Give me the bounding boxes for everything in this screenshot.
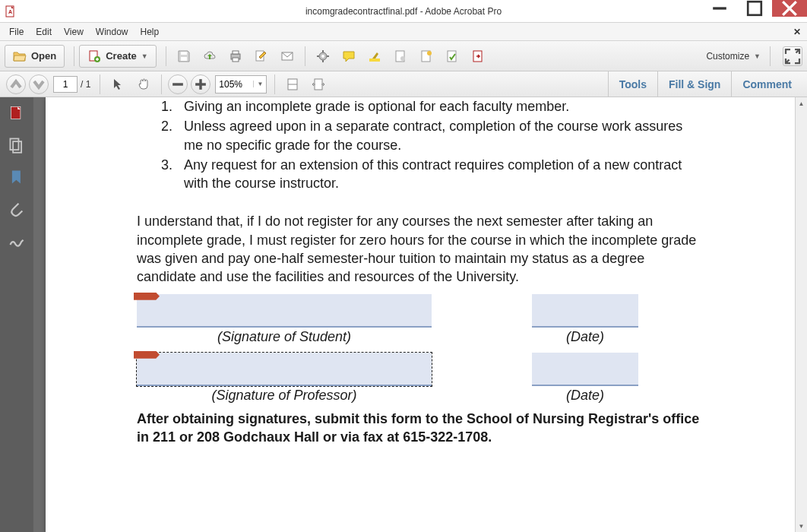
scroll-up-icon[interactable]: ▲ — [796, 97, 807, 109]
page-down-button[interactable] — [29, 74, 49, 94]
customize-menu[interactable]: Customize ▼ — [701, 51, 765, 62]
highlighter-icon — [368, 49, 381, 63]
page-up-button[interactable] — [6, 74, 26, 94]
page-convert-button[interactable] — [466, 45, 490, 68]
thumbnails-panel-button[interactable] — [8, 105, 25, 122]
page-number-input[interactable] — [53, 76, 78, 93]
gear-icon — [316, 49, 330, 63]
svg-point-27 — [427, 51, 432, 55]
zoom-out-button[interactable] — [168, 74, 188, 94]
pages-panel-button[interactable] — [8, 137, 25, 154]
vertical-scrollbar[interactable]: ▲ ▼ — [795, 97, 807, 532]
signature-row — [137, 294, 704, 328]
fit-width-icon — [312, 78, 325, 91]
window-title: incomgradecontractfinal.pdf - Adobe Acro… — [305, 6, 502, 17]
separator — [770, 46, 771, 66]
print-button[interactable] — [223, 45, 248, 68]
menu-edit[interactable]: Edit — [30, 25, 58, 39]
chevron-down-icon: ▼ — [141, 52, 148, 60]
separator — [100, 74, 100, 94]
svg-rect-3 — [748, 2, 761, 15]
open-button[interactable]: Open — [5, 45, 65, 68]
professor-date-field[interactable] — [532, 353, 638, 386]
svg-rect-38 — [13, 141, 21, 153]
save-icon — [177, 49, 191, 63]
fullscreen-button[interactable] — [783, 46, 802, 66]
create-button[interactable]: Create ▼ — [79, 45, 156, 68]
fit-page-button[interactable] — [280, 73, 305, 96]
chevron-down-icon: ▼ — [754, 52, 761, 60]
signature-labels: (Signature of Student) (Date) — [137, 329, 704, 345]
student-signature-field[interactable] — [137, 294, 432, 328]
svg-rect-13 — [233, 51, 239, 54]
close-button[interactable] — [772, 0, 807, 17]
professor-signature-field[interactable] — [137, 353, 432, 386]
select-tool-button[interactable] — [106, 73, 130, 96]
hand-icon — [137, 78, 150, 91]
open-label: Open — [31, 50, 56, 62]
menu-window[interactable]: Window — [90, 25, 134, 39]
cursor-icon — [111, 78, 125, 91]
highlight-button[interactable] — [362, 45, 387, 68]
zoom-in-button[interactable] — [191, 74, 210, 94]
toolbar-main: Open Create ▼ Customize ▼ — [0, 41, 807, 71]
app-icon: A — [5, 5, 17, 17]
speech-bubble-icon — [342, 49, 356, 63]
list-number: 3. — [161, 156, 172, 174]
field-tag-icon — [134, 351, 160, 359]
list-item: 3.Any request for an extension of this c… — [161, 156, 704, 193]
tools-tab[interactable]: Tools — [608, 71, 657, 97]
toolbar-nav: / 1 105% ▼ Tools Fill & Sign Comment — [0, 71, 807, 97]
pdf-page: 1.Giving an incomplete grade is optional… — [46, 97, 795, 532]
student-signature-label: (Signature of Student) — [137, 329, 432, 345]
hand-tool-button[interactable] — [131, 73, 156, 96]
zoom-select[interactable]: 105% ▼ — [215, 75, 267, 93]
footer-instructions: After obtaining signatures, submit this … — [137, 410, 704, 447]
chevron-down-icon: ▼ — [253, 81, 263, 87]
email-button[interactable] — [275, 45, 299, 68]
menu-view[interactable]: View — [58, 25, 90, 39]
svg-rect-10 — [181, 57, 187, 61]
svg-point-25 — [400, 56, 405, 61]
maximize-button[interactable] — [737, 0, 772, 17]
svg-rect-11 — [181, 52, 187, 55]
signatures-panel-button[interactable] — [8, 233, 25, 249]
minimize-button[interactable] — [702, 0, 737, 17]
menubar-close-icon[interactable]: ✕ — [793, 27, 801, 37]
bookmarks-panel-button[interactable] — [8, 169, 25, 185]
list-text: Giving an incomplete grade is optional f… — [184, 99, 569, 114]
list-item: 1.Giving an incomplete grade is optional… — [161, 97, 704, 116]
document-viewport[interactable]: 1.Giving an incomplete grade is optional… — [33, 97, 807, 532]
edit-doc-button[interactable] — [249, 45, 274, 68]
scroll-down-icon[interactable]: ▼ — [796, 520, 807, 532]
cloud-button[interactable] — [198, 45, 222, 68]
window-controls — [702, 0, 807, 17]
list-text: Unless agreed upon in a separate contrac… — [184, 119, 682, 152]
page-arrow-icon — [471, 49, 485, 63]
save-button[interactable] — [172, 45, 196, 68]
separator — [166, 46, 166, 66]
page-check-button[interactable] — [440, 45, 464, 68]
attach-button[interactable] — [414, 45, 438, 68]
printer-icon — [229, 49, 242, 63]
settings-button[interactable] — [311, 45, 335, 68]
stamp-button[interactable] — [388, 45, 413, 68]
menu-help[interactable]: Help — [134, 25, 166, 39]
list-text: Any request for an extension of this con… — [184, 157, 682, 191]
fill-sign-tab[interactable]: Fill & Sign — [657, 71, 731, 97]
pencil-page-icon — [255, 49, 268, 63]
page-total-label: / 1 — [81, 79, 90, 90]
comment-bubble-button[interactable] — [337, 45, 361, 68]
attachments-panel-button[interactable] — [8, 201, 25, 217]
professor-signature-label: (Signature of Professor) — [137, 388, 432, 404]
title-bar: A incomgradecontractfinal.pdf - Adobe Ac… — [0, 0, 807, 23]
list-item: 2.Unless agreed upon in a separate contr… — [161, 117, 704, 154]
right-panel-tabs: Tools Fill & Sign Comment — [608, 71, 802, 97]
fit-width-button[interactable] — [306, 73, 331, 96]
list-number: 2. — [161, 117, 172, 135]
comment-tab[interactable]: Comment — [731, 71, 802, 97]
student-date-label: (Date) — [532, 329, 638, 345]
student-date-field[interactable] — [532, 294, 638, 328]
create-pdf-icon — [87, 49, 101, 63]
menu-file[interactable]: File — [3, 25, 30, 39]
